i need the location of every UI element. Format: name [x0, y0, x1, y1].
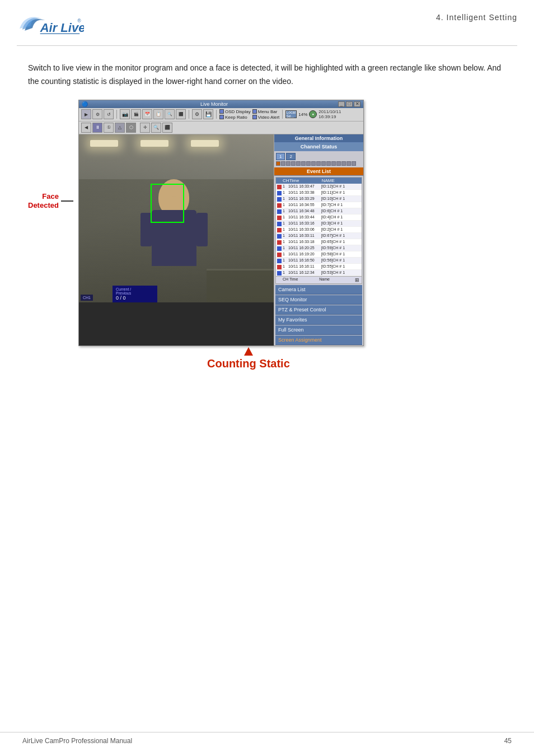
ev-time-5: 10/11 16:34:48	[288, 208, 321, 214]
my-favorites-item[interactable]: My Favorites	[275, 315, 362, 325]
toolbar-icon-3[interactable]: ↺	[104, 109, 114, 119]
event-row-15[interactable]: 110/11 16:12:34[ID:53]CH # 1	[276, 270, 362, 276]
maximize-btn[interactable]: □	[346, 101, 353, 107]
ch-cell-6[interactable]	[301, 161, 306, 166]
ch-cell-14[interactable]	[341, 161, 346, 166]
tb2-icon-3[interactable]: ①	[104, 123, 114, 133]
ch-cell-5[interactable]	[296, 161, 301, 166]
ch-cell-16[interactable]	[352, 161, 356, 166]
tb2-icon-1[interactable]: ◀	[81, 123, 91, 133]
face-label: FaceDetected	[28, 192, 59, 211]
seq-monitor-item[interactable]: SEQ Monitor	[275, 295, 362, 305]
clock-icon: ●	[309, 110, 317, 118]
tb2-icon-4[interactable]: △	[115, 123, 125, 133]
event-row-14[interactable]: 110/11 16:16:11[ID:55]CH # 1	[276, 264, 362, 270]
toolbar-icon-cam5[interactable]: 🔍	[165, 109, 175, 119]
event-row-3[interactable]: 110/11 16:33:29[ID:10]CH # 1	[276, 196, 362, 202]
toolbar-icon-extra2[interactable]: 💾	[203, 109, 213, 119]
ch-cell-3[interactable]	[286, 161, 291, 166]
menubar-check[interactable]: Menu Bar	[252, 109, 280, 114]
videoalert-label: Video Alert	[258, 115, 280, 120]
event-row-9[interactable]: 110/11 16:33:11[ID:67]CH # 1	[276, 233, 362, 239]
ev-name-10: [ID:65]CH # 1	[321, 239, 360, 245]
tb2-icon-5[interactable]: ⬡	[126, 123, 136, 133]
tb2-icon-6[interactable]: ✛	[140, 123, 150, 133]
ch-cell-4[interactable]	[291, 161, 296, 166]
room-light-2	[140, 140, 168, 147]
logo-area: Air Live ®	[17, 10, 84, 41]
ch-cell-12[interactable]	[331, 161, 336, 166]
toolbar-icon-cam4[interactable]: 📋	[153, 109, 163, 119]
osd-checkbox[interactable]	[219, 109, 224, 114]
camera-list-item[interactable]: Camera List	[275, 285, 362, 295]
minimize-btn[interactable]: _	[338, 101, 345, 107]
ev-time-15: 10/11 16:12:34	[288, 270, 321, 276]
toolbar-2: ◀ ⏸ ① △ ⬡ ✛ 🔍 ⬛	[79, 122, 363, 134]
screen-assignment-item[interactable]: Screen Assignment	[275, 335, 362, 345]
ch-cell-13[interactable]	[336, 161, 341, 166]
event-row-6[interactable]: 110/11 16:33:44[ID:4]CH # 1	[276, 214, 362, 221]
ch-cell-11[interactable]	[326, 161, 331, 166]
ev-name-13: [ID:56]CH # 1	[321, 258, 360, 263]
event-row-4[interactable]: 110/11 16:34:55[ID:7]CH # 1	[276, 202, 362, 208]
tb2-icon-7[interactable]: 🔍	[151, 123, 161, 133]
keepratio-check[interactable]: Keep Ratio	[219, 115, 251, 120]
counter-values: 0 / 0	[116, 295, 154, 301]
full-screen-item[interactable]: Full Screen	[275, 325, 362, 335]
tb2-icon-2[interactable]: ⏸	[92, 123, 102, 133]
local-se-label: Local Se...	[286, 110, 296, 118]
general-info-header: General Information	[274, 134, 363, 143]
toolbar-icon-cam6[interactable]: ⬛	[176, 109, 186, 119]
ev-time-10: 10/11 16:33:18	[288, 239, 321, 245]
body-text: Switch to live view in the monitor progr…	[0, 46, 534, 100]
ch-cell-1[interactable]	[276, 161, 280, 166]
toolbar-icon-1[interactable]: ▶	[81, 109, 91, 119]
event-col-time: Time	[289, 178, 322, 183]
titlebar-title: Live Monitor	[200, 101, 228, 107]
event-row-2[interactable]: 110/11 16:33:38[ID:11]CH # 1	[276, 190, 362, 196]
event-row-12[interactable]: 110/11 16:19:20[ID:58]CH # 1	[276, 251, 362, 258]
ev-name-9: [ID:67]CH # 1	[321, 233, 360, 239]
toolbar-icon-cam3[interactable]: 📅	[142, 109, 152, 119]
face-detected-label: FaceDetected	[28, 192, 59, 211]
tb2-icon-8[interactable]: ⬛	[162, 123, 172, 133]
event-icon-14	[277, 265, 282, 269]
ev-time-14: 10/11 16:16:11	[288, 264, 321, 269]
ptz-preset-item[interactable]: PTZ & Preset Control	[275, 305, 362, 315]
ch-cell-15[interactable]	[346, 161, 351, 166]
event-row-8[interactable]: 110/11 16:33:06[ID:2]CH # 1	[276, 227, 362, 233]
event-row-11[interactable]: 110/11 16:20:25[ID:59]CH # 1	[276, 245, 362, 251]
ev-name-11: [ID:59]CH # 1	[321, 245, 360, 251]
ch-cell-9[interactable]	[316, 161, 321, 166]
event-row-5[interactable]: 110/11 16:34:48[ID:6]CH # 1	[276, 208, 362, 214]
toolbar-checks: OSD Display Keep Ratio	[219, 109, 251, 120]
event-row-10[interactable]: 110/11 16:33:18[ID:65]CH # 1	[276, 239, 362, 245]
videoalert-check[interactable]: Video Alert	[252, 115, 280, 120]
keepratio-checkbox[interactable]	[219, 115, 224, 119]
ch-cell-8[interactable]	[311, 161, 316, 166]
toolbar-icon-cam1[interactable]: 📷	[120, 109, 130, 119]
event-row-7[interactable]: 110/11 16:33:16[ID:3]CH # 1	[276, 221, 362, 227]
event-list-cols: CH Time NAME	[276, 178, 362, 184]
ev-footer-btn[interactable]: ⊞	[355, 277, 360, 283]
ev-ch-13: 1	[283, 258, 288, 263]
ev-name-1: [ID:12]CH # 1	[321, 184, 360, 189]
ch-tab-2[interactable]: 2	[286, 153, 295, 160]
menubar-label: Menu Bar	[258, 109, 278, 114]
ev-time-12: 10/11 16:19:20	[288, 251, 321, 257]
menubar-checkbox[interactable]	[252, 109, 257, 114]
toolbar-icon-extra1[interactable]: ⚙	[192, 109, 202, 119]
ch-tab-1[interactable]: 1	[276, 153, 285, 160]
ch-cell-2[interactable]	[281, 161, 285, 166]
ev-name-12: [ID:58]CH # 1	[321, 251, 360, 257]
ev-ch-11: 1	[283, 245, 288, 251]
toolbar-icon-cam2[interactable]: 🎬	[131, 109, 141, 119]
ch-cell-7[interactable]	[306, 161, 311, 166]
event-row-1[interactable]: 110/11 16:33:47[ID:12]CH # 1	[276, 184, 362, 190]
osd-check[interactable]: OSD Display	[219, 109, 251, 114]
toolbar-icon-2[interactable]: ⚙	[92, 109, 102, 119]
close-btn[interactable]: ✕	[354, 101, 360, 107]
event-row-13[interactable]: 110/11 16:16:50[ID:56]CH # 1	[276, 258, 362, 264]
ch-cell-10[interactable]	[321, 161, 326, 166]
videoalert-checkbox[interactable]	[252, 115, 257, 119]
